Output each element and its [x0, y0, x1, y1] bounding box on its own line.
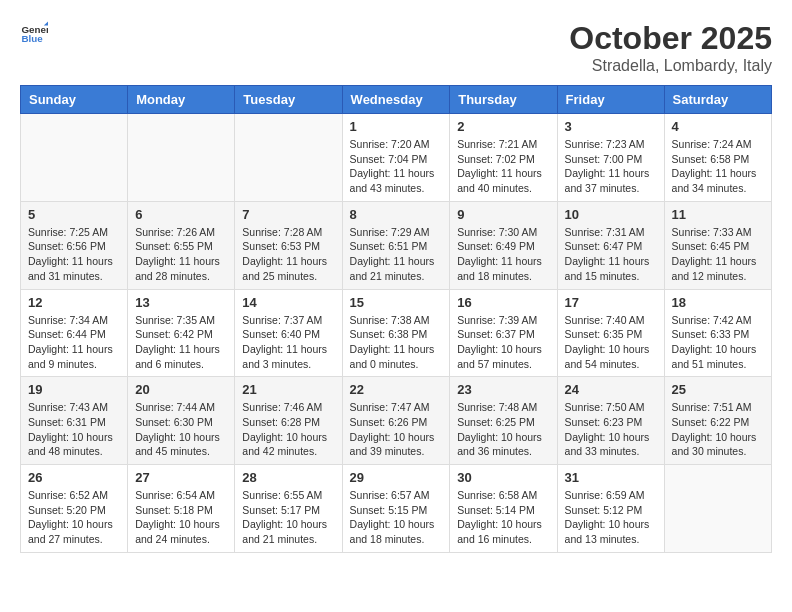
day-info: Sunrise: 6:57 AM Sunset: 5:15 PM Dayligh… — [350, 488, 443, 547]
day-number: 17 — [565, 295, 657, 310]
calendar-cell: 9Sunrise: 7:30 AM Sunset: 6:49 PM Daylig… — [450, 201, 557, 289]
calendar-cell: 27Sunrise: 6:54 AM Sunset: 5:18 PM Dayli… — [128, 465, 235, 553]
day-info: Sunrise: 7:30 AM Sunset: 6:49 PM Dayligh… — [457, 225, 549, 284]
day-header-tuesday: Tuesday — [235, 86, 342, 114]
calendar-cell — [235, 114, 342, 202]
calendar-cell — [21, 114, 128, 202]
day-number: 4 — [672, 119, 764, 134]
day-header-monday: Monday — [128, 86, 235, 114]
calendar-cell: 25Sunrise: 7:51 AM Sunset: 6:22 PM Dayli… — [664, 377, 771, 465]
calendar-cell: 8Sunrise: 7:29 AM Sunset: 6:51 PM Daylig… — [342, 201, 450, 289]
day-number: 28 — [242, 470, 334, 485]
calendar-cell: 21Sunrise: 7:46 AM Sunset: 6:28 PM Dayli… — [235, 377, 342, 465]
day-number: 9 — [457, 207, 549, 222]
day-number: 2 — [457, 119, 549, 134]
day-number: 16 — [457, 295, 549, 310]
day-info: Sunrise: 7:43 AM Sunset: 6:31 PM Dayligh… — [28, 400, 120, 459]
day-number: 30 — [457, 470, 549, 485]
day-info: Sunrise: 7:31 AM Sunset: 6:47 PM Dayligh… — [565, 225, 657, 284]
calendar-cell: 5Sunrise: 7:25 AM Sunset: 6:56 PM Daylig… — [21, 201, 128, 289]
svg-text:Blue: Blue — [21, 33, 43, 44]
month-title: October 2025 — [569, 20, 772, 57]
day-number: 24 — [565, 382, 657, 397]
day-info: Sunrise: 7:44 AM Sunset: 6:30 PM Dayligh… — [135, 400, 227, 459]
title-area: October 2025 Stradella, Lombardy, Italy — [569, 20, 772, 75]
calendar-cell: 7Sunrise: 7:28 AM Sunset: 6:53 PM Daylig… — [235, 201, 342, 289]
calendar-cell: 10Sunrise: 7:31 AM Sunset: 6:47 PM Dayli… — [557, 201, 664, 289]
calendar-cell: 13Sunrise: 7:35 AM Sunset: 6:42 PM Dayli… — [128, 289, 235, 377]
day-info: Sunrise: 7:21 AM Sunset: 7:02 PM Dayligh… — [457, 137, 549, 196]
day-number: 3 — [565, 119, 657, 134]
calendar-cell: 6Sunrise: 7:26 AM Sunset: 6:55 PM Daylig… — [128, 201, 235, 289]
day-info: Sunrise: 7:37 AM Sunset: 6:40 PM Dayligh… — [242, 313, 334, 372]
day-number: 8 — [350, 207, 443, 222]
calendar-cell: 4Sunrise: 7:24 AM Sunset: 6:58 PM Daylig… — [664, 114, 771, 202]
day-number: 29 — [350, 470, 443, 485]
calendar-cell: 16Sunrise: 7:39 AM Sunset: 6:37 PM Dayli… — [450, 289, 557, 377]
day-number: 19 — [28, 382, 120, 397]
day-info: Sunrise: 7:48 AM Sunset: 6:25 PM Dayligh… — [457, 400, 549, 459]
day-info: Sunrise: 7:40 AM Sunset: 6:35 PM Dayligh… — [565, 313, 657, 372]
day-info: Sunrise: 7:23 AM Sunset: 7:00 PM Dayligh… — [565, 137, 657, 196]
day-number: 14 — [242, 295, 334, 310]
day-info: Sunrise: 7:33 AM Sunset: 6:45 PM Dayligh… — [672, 225, 764, 284]
calendar-cell: 26Sunrise: 6:52 AM Sunset: 5:20 PM Dayli… — [21, 465, 128, 553]
day-number: 12 — [28, 295, 120, 310]
day-info: Sunrise: 6:52 AM Sunset: 5:20 PM Dayligh… — [28, 488, 120, 547]
calendar-cell: 23Sunrise: 7:48 AM Sunset: 6:25 PM Dayli… — [450, 377, 557, 465]
day-number: 27 — [135, 470, 227, 485]
calendar-cell: 15Sunrise: 7:38 AM Sunset: 6:38 PM Dayli… — [342, 289, 450, 377]
day-info: Sunrise: 6:55 AM Sunset: 5:17 PM Dayligh… — [242, 488, 334, 547]
day-header-wednesday: Wednesday — [342, 86, 450, 114]
day-info: Sunrise: 7:38 AM Sunset: 6:38 PM Dayligh… — [350, 313, 443, 372]
day-info: Sunrise: 7:34 AM Sunset: 6:44 PM Dayligh… — [28, 313, 120, 372]
day-info: Sunrise: 7:25 AM Sunset: 6:56 PM Dayligh… — [28, 225, 120, 284]
calendar-cell: 30Sunrise: 6:58 AM Sunset: 5:14 PM Dayli… — [450, 465, 557, 553]
day-info: Sunrise: 6:54 AM Sunset: 5:18 PM Dayligh… — [135, 488, 227, 547]
day-number: 20 — [135, 382, 227, 397]
calendar-header-row: SundayMondayTuesdayWednesdayThursdayFrid… — [21, 86, 772, 114]
calendar-cell: 17Sunrise: 7:40 AM Sunset: 6:35 PM Dayli… — [557, 289, 664, 377]
day-number: 13 — [135, 295, 227, 310]
calendar-cell: 19Sunrise: 7:43 AM Sunset: 6:31 PM Dayli… — [21, 377, 128, 465]
day-header-saturday: Saturday — [664, 86, 771, 114]
calendar-cell: 24Sunrise: 7:50 AM Sunset: 6:23 PM Dayli… — [557, 377, 664, 465]
day-number: 6 — [135, 207, 227, 222]
day-number: 31 — [565, 470, 657, 485]
page-header: General Blue October 2025 Stradella, Lom… — [20, 20, 772, 75]
calendar-cell — [664, 465, 771, 553]
day-header-sunday: Sunday — [21, 86, 128, 114]
calendar-cell: 3Sunrise: 7:23 AM Sunset: 7:00 PM Daylig… — [557, 114, 664, 202]
calendar-cell: 18Sunrise: 7:42 AM Sunset: 6:33 PM Dayli… — [664, 289, 771, 377]
day-info: Sunrise: 7:24 AM Sunset: 6:58 PM Dayligh… — [672, 137, 764, 196]
day-number: 1 — [350, 119, 443, 134]
logo-icon: General Blue — [20, 20, 48, 48]
calendar-week-3: 12Sunrise: 7:34 AM Sunset: 6:44 PM Dayli… — [21, 289, 772, 377]
day-info: Sunrise: 7:20 AM Sunset: 7:04 PM Dayligh… — [350, 137, 443, 196]
day-number: 5 — [28, 207, 120, 222]
day-number: 23 — [457, 382, 549, 397]
logo: General Blue — [20, 20, 48, 48]
day-info: Sunrise: 7:29 AM Sunset: 6:51 PM Dayligh… — [350, 225, 443, 284]
day-info: Sunrise: 6:59 AM Sunset: 5:12 PM Dayligh… — [565, 488, 657, 547]
day-number: 26 — [28, 470, 120, 485]
day-info: Sunrise: 6:58 AM Sunset: 5:14 PM Dayligh… — [457, 488, 549, 547]
day-info: Sunrise: 7:51 AM Sunset: 6:22 PM Dayligh… — [672, 400, 764, 459]
calendar-cell: 2Sunrise: 7:21 AM Sunset: 7:02 PM Daylig… — [450, 114, 557, 202]
calendar-table: SundayMondayTuesdayWednesdayThursdayFrid… — [20, 85, 772, 553]
day-info: Sunrise: 7:42 AM Sunset: 6:33 PM Dayligh… — [672, 313, 764, 372]
day-info: Sunrise: 7:28 AM Sunset: 6:53 PM Dayligh… — [242, 225, 334, 284]
day-number: 21 — [242, 382, 334, 397]
calendar-cell: 22Sunrise: 7:47 AM Sunset: 6:26 PM Dayli… — [342, 377, 450, 465]
calendar-cell: 31Sunrise: 6:59 AM Sunset: 5:12 PM Dayli… — [557, 465, 664, 553]
day-number: 7 — [242, 207, 334, 222]
calendar-cell: 20Sunrise: 7:44 AM Sunset: 6:30 PM Dayli… — [128, 377, 235, 465]
day-info: Sunrise: 7:35 AM Sunset: 6:42 PM Dayligh… — [135, 313, 227, 372]
day-info: Sunrise: 7:26 AM Sunset: 6:55 PM Dayligh… — [135, 225, 227, 284]
calendar-week-1: 1Sunrise: 7:20 AM Sunset: 7:04 PM Daylig… — [21, 114, 772, 202]
calendar-cell: 12Sunrise: 7:34 AM Sunset: 6:44 PM Dayli… — [21, 289, 128, 377]
day-number: 11 — [672, 207, 764, 222]
calendar-cell — [128, 114, 235, 202]
day-header-thursday: Thursday — [450, 86, 557, 114]
day-number: 15 — [350, 295, 443, 310]
